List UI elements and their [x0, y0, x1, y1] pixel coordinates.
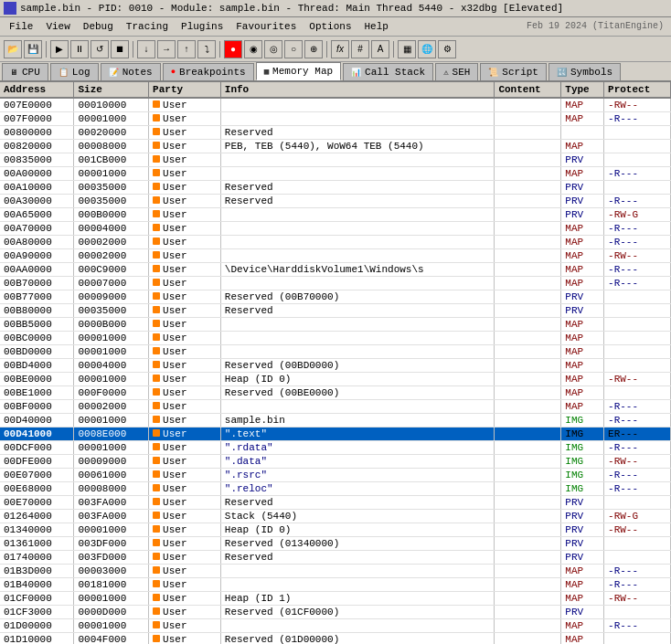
toolbar-b1[interactable]: ◉: [244, 40, 262, 58]
table-row[interactable]: 00BE000000001000UserHeap (ID 0)MAP-RW--: [0, 373, 671, 386]
toolbar-mem[interactable]: ▦: [398, 40, 416, 58]
table-row[interactable]: 0082000000008000UserPEB, TEB (5440), WoW…: [0, 140, 671, 153]
table-row[interactable]: 00A3000000035000UserReservedPRV-R---: [0, 195, 671, 208]
table-row[interactable]: 00A9000000002000UserMAP-RW--: [0, 249, 671, 263]
toolbar-extra[interactable]: ⚙: [438, 40, 456, 58]
table-row[interactable]: 00B7700000009000UserReserved (00B70000)P…: [0, 290, 671, 304]
tab-symbols[interactable]: 🔣 Symbols: [549, 63, 621, 80]
table-row[interactable]: 00D410000008E000User".text"IMGER---: [0, 428, 671, 441]
table-row[interactable]: 01B4000000181000UserMAP-R---: [0, 578, 671, 592]
menu-view[interactable]: View: [40, 19, 75, 34]
cell-address: 00D40000: [0, 414, 74, 428]
toolbar-step-into[interactable]: ↓: [137, 40, 155, 58]
cell-size: 003DF000: [74, 537, 149, 551]
table-row[interactable]: 00A1000000035000UserReservedPRV: [0, 181, 671, 195]
cell-size: 000F0000: [74, 386, 149, 400]
table-row[interactable]: 00A7000000004000UserMAP-R---: [0, 222, 671, 236]
user-icon: [153, 333, 160, 341]
toolbar-stop[interactable]: ⏹: [111, 40, 129, 58]
toolbar-run-to[interactable]: ⤵: [197, 40, 216, 58]
toolbar-b3[interactable]: ○: [284, 40, 303, 58]
table-row[interactable]: 00D4000000001000Usersample.binIMG-R---: [0, 414, 671, 428]
cell-party: User: [149, 414, 221, 428]
table-row[interactable]: 01CF30000000D000UserReserved (01CF0000)P…: [0, 606, 671, 619]
table-row[interactable]: 01D0000000001000UserMAP-R---: [0, 619, 671, 633]
table-row[interactable]: 0080000000020000UserReserved: [0, 126, 671, 140]
toolbar-fx[interactable]: fx: [331, 40, 349, 58]
tab-memory-map[interactable]: ▦ Memory Map: [256, 62, 341, 80]
table-row[interactable]: 00B7000000007000UserMAP-R---: [0, 277, 671, 290]
toolbar-bp[interactable]: ●: [224, 40, 242, 58]
toolbar-pause[interactable]: ⏸: [70, 40, 89, 58]
table-row[interactable]: 01264000003FA000UserStack (5440)PRV-RW-G: [0, 510, 671, 523]
cell-type: PRV: [561, 551, 604, 565]
table-row[interactable]: 007F000000001000UserMAP-R---: [0, 112, 671, 126]
cell-size: 00001000: [74, 373, 149, 386]
table-row[interactable]: 00BD400000004000UserReserved (00BD0000)M…: [0, 359, 671, 373]
table-row[interactable]: 00835000001CB000UserPRV: [0, 153, 671, 167]
table-row[interactable]: 01361000003DF000UserReserved (01340000)P…: [0, 537, 671, 551]
table-row[interactable]: 00BF000000002000UserMAP-R---: [0, 400, 671, 414]
table-row[interactable]: 00BB50000000B000UserMAP: [0, 318, 671, 332]
menu-plugins[interactable]: Plugins: [176, 19, 229, 34]
toolbar-glob[interactable]: 🌐: [418, 40, 436, 58]
cell-type: MAP: [561, 249, 604, 263]
cell-type: MAP: [561, 345, 604, 359]
tab-cpu[interactable]: 🖥 CPU: [2, 63, 48, 80]
menu-tracing[interactable]: Tracing: [121, 19, 174, 34]
toolbar-step-out[interactable]: ↑: [177, 40, 196, 58]
menu-favourites[interactable]: Favourites: [230, 19, 302, 34]
user-icon: [153, 457, 160, 464]
table-row[interactable]: 00DFE00000009000User".data"IMG-RW--: [0, 455, 671, 469]
tab-seh[interactable]: ⚠ SEH: [435, 63, 478, 80]
table-row[interactable]: 00B8000000035000UserReservedPRV: [0, 304, 671, 318]
toolbar-font[interactable]: A: [371, 40, 389, 58]
cell-party: User: [149, 482, 221, 496]
seh-icon: ⚠: [443, 68, 448, 78]
toolbar-restart[interactable]: ↺: [91, 40, 109, 58]
cell-party: User: [149, 565, 221, 578]
menu-file[interactable]: File: [4, 19, 38, 34]
cell-protect: [604, 606, 671, 619]
tab-script[interactable]: 📜 Script: [480, 63, 547, 80]
table-row[interactable]: 00A8000000002000UserMAP-R---: [0, 236, 671, 249]
table-row[interactable]: 00BE1000000F0000UserReserved (00BE0000)M…: [0, 386, 671, 400]
menu-debug[interactable]: Debug: [78, 19, 119, 34]
table-row[interactable]: 00DCF00000001000User".rdata"IMG-R---: [0, 441, 671, 455]
user-icon: [153, 498, 160, 505]
cell-size: 00001000: [74, 619, 149, 633]
table-row[interactable]: 01CF000000001000UserHeap (ID 1)MAP-RW--: [0, 592, 671, 606]
toolbar-run[interactable]: ▶: [50, 40, 69, 58]
tab-call-stack[interactable]: 📊 Call Stack: [343, 63, 433, 80]
toolbar-open[interactable]: 📂: [4, 40, 22, 58]
cell-address: 00AA0000: [0, 263, 74, 277]
menu-options[interactable]: Options: [304, 19, 357, 34]
table-row[interactable]: 01740000003FD000UserReservedPRV: [0, 551, 671, 565]
table-row[interactable]: 00BC000000001000UserMAP: [0, 332, 671, 345]
cell-type: MAP: [561, 619, 604, 633]
table-row[interactable]: 00E70000003FA000UserReservedPRV: [0, 496, 671, 510]
table-row[interactable]: 00A65000000B0000UserPRV-RW-G: [0, 208, 671, 222]
tab-log[interactable]: 📋 Log: [50, 63, 99, 80]
table-row[interactable]: 007E000000010000UserMAP-RW--: [0, 98, 671, 112]
cell-type: MAP: [561, 236, 604, 249]
menu-help[interactable]: Help: [359, 19, 394, 34]
tab-notes[interactable]: 📝 Notes: [101, 63, 161, 80]
toolbar-b4[interactable]: ⊕: [304, 40, 323, 58]
table-row[interactable]: 00E6800000008000User".reloc"IMG-R---: [0, 482, 671, 496]
table-row[interactable]: 01D100000004F000UserReserved (01D00000)M…: [0, 633, 671, 645]
cell-party: User: [149, 345, 221, 359]
toolbar-hash[interactable]: #: [351, 40, 369, 58]
table-row[interactable]: 00AA0000000C9000User\Device\HarddiskVolu…: [0, 263, 671, 277]
toolbar-step-over[interactable]: →: [157, 40, 176, 58]
table-row[interactable]: 00BD000000001000UserMAP: [0, 345, 671, 359]
title-text: sample.bin - PID: 0010 - Module: sample.…: [20, 3, 563, 14]
toolbar-b2[interactable]: ◎: [264, 40, 282, 58]
table-row[interactable]: 00A0000000001000UserMAP-R---: [0, 167, 671, 181]
table-row[interactable]: 01B3D00000003000UserMAP-R---: [0, 565, 671, 578]
tab-breakpoints[interactable]: ● Breakpoints: [163, 63, 254, 80]
toolbar-save[interactable]: 💾: [24, 40, 42, 58]
table-row[interactable]: 00E0700000061000User".rsrc"IMG-R---: [0, 469, 671, 482]
cell-party: User: [149, 606, 221, 619]
table-row[interactable]: 0134000000001000UserHeap (ID 0)PRV-RW--: [0, 523, 671, 537]
